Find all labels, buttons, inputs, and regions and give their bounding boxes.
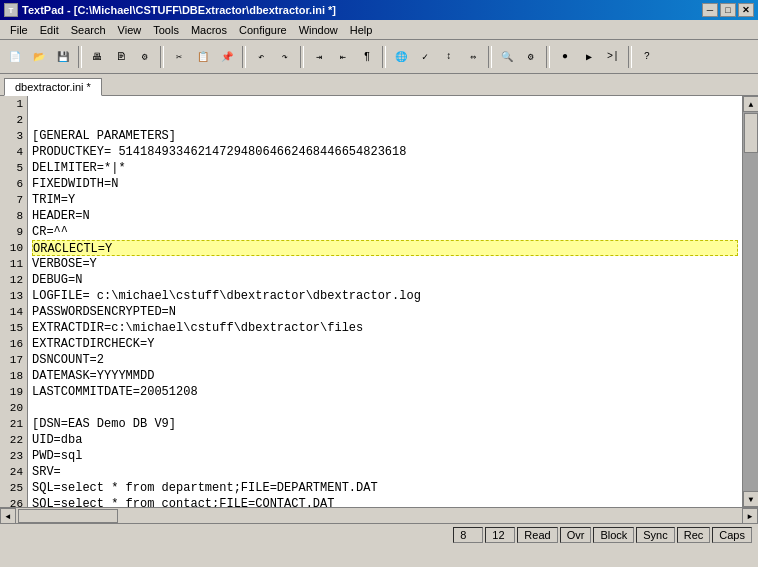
read-status: Read: [524, 529, 550, 541]
line-number-5: 5: [0, 160, 27, 176]
line-number-6: 6: [0, 176, 27, 192]
sort-button[interactable]: ↕: [438, 46, 460, 68]
line-numbers: 1234567891011121314151617181920212223242…: [0, 96, 28, 507]
line-number-22: 22: [0, 432, 27, 448]
scroll-track[interactable]: [743, 112, 758, 491]
line-number-19: 19: [0, 384, 27, 400]
line-number-17: 17: [0, 352, 27, 368]
ovr-status: Ovr: [567, 529, 585, 541]
indent-button[interactable]: ⇥: [308, 46, 330, 68]
internet-button[interactable]: 🌐: [390, 46, 412, 68]
menu-configure[interactable]: Configure: [233, 22, 293, 38]
status-read: Read: [517, 527, 557, 543]
code-line-7: CR=^^: [32, 224, 738, 240]
status-ovr: Ovr: [560, 527, 592, 543]
status-caps: Caps: [712, 527, 752, 543]
new-button[interactable]: 📄: [4, 46, 26, 68]
help-button[interactable]: ?: [636, 46, 658, 68]
line-number-26: 26: [0, 496, 27, 507]
code-line-1: [GENERAL PARAMETERS]: [32, 128, 738, 144]
code-line-10: DEBUG=N: [32, 272, 738, 288]
copy-button[interactable]: 📋: [192, 46, 214, 68]
unindent-button[interactable]: ⇤: [332, 46, 354, 68]
line-number-7: 7: [0, 192, 27, 208]
code-line-11: LOGFILE= c:\michael\cstuff\dbextractor\d…: [32, 288, 738, 304]
app-icon: T: [4, 3, 18, 17]
line-number-8: 8: [0, 208, 27, 224]
search-icon[interactable]: 🔍: [496, 46, 518, 68]
paste-button[interactable]: 📌: [216, 46, 238, 68]
menu-view[interactable]: View: [112, 22, 148, 38]
title-bar: T TextPad - [C:\Michael\CSTUFF\DBExtract…: [0, 0, 758, 20]
tab-dbextractor[interactable]: dbextractor.ini *: [4, 78, 102, 96]
scroll-left-button[interactable]: ◄: [0, 508, 16, 524]
line-number-4: 4: [0, 144, 27, 160]
toolbar-separator-3: [242, 46, 246, 68]
code-line-18: [32, 400, 738, 416]
play-button[interactable]: ▶: [578, 46, 600, 68]
line-number-21: 21: [0, 416, 27, 432]
horizontal-scrollbar[interactable]: ◄ ►: [0, 507, 758, 523]
status-rec: Rec: [677, 527, 711, 543]
code-line-8: ORACLECTL=Y: [32, 240, 738, 256]
record-button[interactable]: ●: [554, 46, 576, 68]
code-area[interactable]: [GENERAL PARAMETERS]PRODUCTKEY= 51418493…: [28, 96, 742, 507]
minimize-button[interactable]: ─: [702, 3, 718, 17]
line-number-25: 25: [0, 480, 27, 496]
menu-bar: File Edit Search View Tools Macros Confi…: [0, 20, 758, 40]
toolbar-separator-8: [628, 46, 632, 68]
code-line-14: EXTRACTDIRCHECK=Y: [32, 336, 738, 352]
maximize-button[interactable]: □: [720, 3, 736, 17]
line-number-14: 14: [0, 304, 27, 320]
line-number-3: 3: [0, 128, 27, 144]
save-button[interactable]: 💾: [52, 46, 74, 68]
toolbar-separator-5: [382, 46, 386, 68]
close-button[interactable]: ✕: [738, 3, 754, 17]
code-line-16: DATEMASK=YYYYMMDD: [32, 368, 738, 384]
vertical-scrollbar[interactable]: ▲ ▼: [742, 96, 758, 507]
status-col: 12: [485, 527, 515, 543]
code-line-5: TRIM=Y: [32, 192, 738, 208]
print-button[interactable]: 🖶: [86, 46, 108, 68]
menu-edit[interactable]: Edit: [34, 22, 65, 38]
code-line-24: SQL=select * from contact;FILE=CONTACT.D…: [32, 496, 738, 507]
line-number-2: 2: [0, 112, 27, 128]
h-scroll-thumb[interactable]: [18, 509, 118, 523]
spell-button[interactable]: ✓: [414, 46, 436, 68]
menu-help[interactable]: Help: [344, 22, 379, 38]
menu-window[interactable]: Window: [293, 22, 344, 38]
nav-button[interactable]: >|: [602, 46, 624, 68]
tools2-button[interactable]: ⚙: [520, 46, 542, 68]
scroll-thumb[interactable]: [744, 113, 758, 153]
print-preview-button[interactable]: 🖹: [110, 46, 132, 68]
scroll-down-button[interactable]: ▼: [743, 491, 758, 507]
line-number-11: 11: [0, 256, 27, 272]
h-scroll-track[interactable]: [16, 508, 742, 523]
code-line-3: DELIMITER=*|*: [32, 160, 738, 176]
toolbar-separator-7: [546, 46, 550, 68]
undo-button[interactable]: ↶: [250, 46, 272, 68]
toolbar-separator-4: [300, 46, 304, 68]
tab-bar: dbextractor.ini *: [0, 74, 758, 96]
format-button[interactable]: ¶: [356, 46, 378, 68]
line-number-18: 18: [0, 368, 27, 384]
cut-button[interactable]: ✂: [168, 46, 190, 68]
menu-file[interactable]: File: [4, 22, 34, 38]
line-number-15: 15: [0, 320, 27, 336]
menu-tools[interactable]: Tools: [147, 22, 185, 38]
scroll-up-button[interactable]: ▲: [743, 96, 758, 112]
code-line-21: PWD=sql: [32, 448, 738, 464]
line-number-20: 20: [0, 400, 27, 416]
compare-button[interactable]: ⇔: [462, 46, 484, 68]
properties-button[interactable]: ⚙: [134, 46, 156, 68]
code-line-6: HEADER=N: [32, 208, 738, 224]
scroll-right-button[interactable]: ►: [742, 508, 758, 524]
menu-search[interactable]: Search: [65, 22, 112, 38]
toolbar: 📄 📂 💾 🖶 🖹 ⚙ ✂ 📋 📌 ↶ ↷ ⇥ ⇤ ¶ 🌐 ✓ ↕ ⇔ 🔍 ⚙ …: [0, 40, 758, 74]
line-number-13: 13: [0, 288, 27, 304]
redo-button[interactable]: ↷: [274, 46, 296, 68]
status-sync: Sync: [636, 527, 674, 543]
menu-macros[interactable]: Macros: [185, 22, 233, 38]
open-button[interactable]: 📂: [28, 46, 50, 68]
code-line-2: PRODUCTKEY= 5141849334621472948064662468…: [32, 144, 738, 160]
